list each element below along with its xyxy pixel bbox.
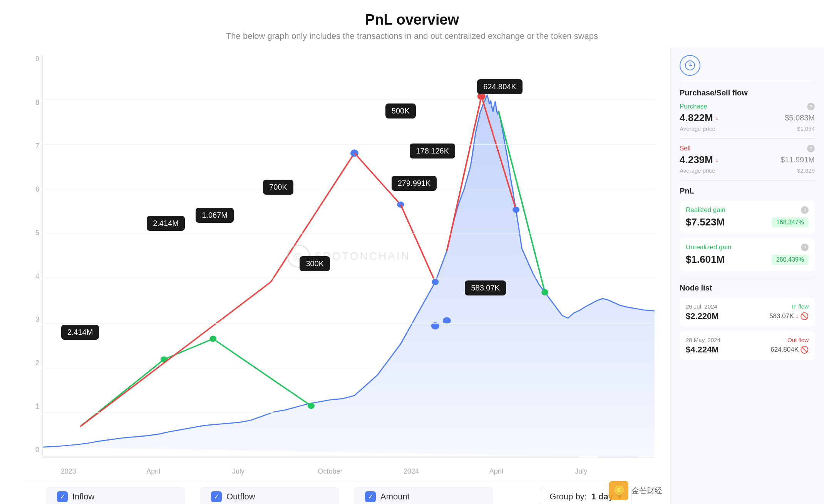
sell-label: Sell <box>680 145 690 152</box>
tooltip-583k: 583.07K <box>465 280 506 295</box>
page-subtitle: The below graph only includes the transa… <box>0 31 824 41</box>
realized-label: Realized gain <box>686 206 725 214</box>
x-axis: 2023 April July October 2024 April July <box>42 462 655 481</box>
bottom-bar: ✓ Inflow ✓ Outflow ✓ Amount Group by: 1 … <box>23 481 655 504</box>
red-line-4 <box>400 205 435 282</box>
node-main-val-2: $4.224M <box>686 345 719 355</box>
main-container: 0 1 2 3 4 5 6 7 8 9 <box>0 47 824 504</box>
clock-icon <box>685 60 695 71</box>
purchase-amount: 4.822M <box>680 112 713 124</box>
outflow-checkbox[interactable]: ✓ <box>211 491 222 502</box>
tooltip-300k: 300K <box>300 256 330 271</box>
tooltip-178k: 178.126K <box>410 144 455 159</box>
node-side-val-2: 624.804K 🚫 <box>770 345 809 354</box>
unrealized-card: Unrealized gain ? $1.601M 260.439% <box>680 238 815 271</box>
tooltip-624k: 624.804K <box>477 79 523 94</box>
sell-section: Sell ? 4.239M ↓ $11.991M Average price $… <box>680 145 815 174</box>
y-label-9: 9 <box>23 55 42 63</box>
unrealized-help-icon[interactable]: ? <box>801 244 809 251</box>
red-node-5 <box>512 207 519 213</box>
logo-text: 金芒财经 <box>631 486 662 496</box>
realized-card: Realized gain ? $7.523M 168.347% <box>680 201 815 234</box>
divider-1 <box>680 82 815 82</box>
divider-3 <box>680 180 815 180</box>
amount-label: Amount <box>380 492 410 502</box>
tooltip-1067m: 1.067M <box>196 208 234 223</box>
node-value-row-2: $4.224M 624.804K 🚫 <box>686 345 809 355</box>
x-label-april1: April <box>146 467 160 476</box>
pnl-title: PnL <box>680 187 815 195</box>
purchase-label-row: Purchase ? <box>680 103 815 110</box>
amount-checkbox[interactable]: ✓ <box>365 491 376 502</box>
node-side-text-2: 624.804K <box>770 346 799 354</box>
y-label-7: 7 <box>23 142 42 150</box>
sell-arrow: ↓ <box>715 157 718 164</box>
logo-icon: 🪙 <box>609 481 628 500</box>
x-label-july2: July <box>575 467 587 476</box>
y-label-8: 8 <box>23 98 42 107</box>
purchase-value-row: 4.822M ↓ $5.083M <box>680 112 815 124</box>
green-line-3 <box>213 339 311 406</box>
node-date-2: 28 May, 2024 Out flow <box>686 337 809 343</box>
unrealized-label: Unrealized gain <box>686 244 731 251</box>
y-label-0: 0 <box>23 446 42 454</box>
inflow-checkbox[interactable]: ✓ <box>57 491 68 502</box>
node-main-val-1: $2.220M <box>686 311 719 321</box>
eye-off-icon-2[interactable]: 🚫 <box>800 345 809 354</box>
page-title: PnL overview <box>0 12 824 28</box>
sell-help-icon[interactable]: ? <box>807 145 815 152</box>
node-item-2: 28 May, 2024 Out flow $4.224M 624.804K 🚫 <box>680 331 815 360</box>
realized-help-icon[interactable]: ? <box>801 206 809 214</box>
node-date-text-2: 28 May, 2024 <box>686 337 720 343</box>
page-header: PnL overview The below graph only includ… <box>0 0 824 47</box>
y-label-2: 2 <box>23 359 42 367</box>
arrow-down-icon-1: ↓ <box>796 312 799 320</box>
eye-off-icon-1[interactable]: 🚫 <box>800 312 809 320</box>
unrealized-value: $1.601M <box>686 254 725 265</box>
node-list-title: Node list <box>680 284 815 292</box>
chart-area: 0 1 2 3 4 5 6 7 8 9 <box>0 47 670 504</box>
sell-avg-label: Average price <box>680 167 715 174</box>
purchase-label: Purchase <box>680 103 707 110</box>
purchase-help-icon[interactable]: ? <box>807 103 815 110</box>
purchase-avg-row: Average price $1,054 <box>680 125 815 132</box>
node-value-row-1: $2.220M 583.07K ↓ 🚫 <box>686 311 809 321</box>
purchase-avg-value: $1,054 <box>797 125 815 132</box>
legend-amount[interactable]: ✓ Amount <box>354 487 493 504</box>
node-date-1: 26 Jul, 2024 In flow <box>686 303 809 310</box>
sell-avg-row: Average price $2.829 <box>680 167 815 174</box>
grid-line-4 <box>43 279 655 279</box>
chart-fill <box>43 95 655 457</box>
legend-outflow[interactable]: ✓ Outflow <box>200 487 339 504</box>
sell-main-value: 4.239M ↓ <box>680 154 718 166</box>
sell-amount: 4.239M <box>680 154 713 166</box>
purchase-section: Purchase ? 4.822M ↓ $5.083M Average pric… <box>680 103 815 132</box>
x-label-april2: April <box>489 467 503 476</box>
panel-icon <box>680 55 700 76</box>
y-axis: 0 1 2 3 4 5 6 7 8 9 <box>23 55 42 458</box>
realized-pct: 168.347% <box>772 217 809 227</box>
grid-line-3 <box>43 323 655 324</box>
grid-line-8 <box>43 100 655 100</box>
x-label-july1: July <box>232 467 245 476</box>
red-line-1 <box>80 282 271 426</box>
grid-line-6 <box>43 189 655 189</box>
node-date-text-1: 26 Jul, 2024 <box>686 303 717 310</box>
sell-label-row: Sell ? <box>680 145 815 152</box>
group-by-label: Group by: <box>549 492 587 502</box>
chart-wrapper: 0 1 2 3 4 5 6 7 8 9 <box>23 55 655 481</box>
node-side-val-1: 583.07K ↓ 🚫 <box>769 312 809 320</box>
unrealized-pct: 260.439% <box>772 255 809 265</box>
sell-avg-value: $2.829 <box>797 167 815 174</box>
y-label-3: 3 <box>23 315 42 324</box>
y-label-1: 1 <box>23 402 42 411</box>
tooltip-2414m-left: 2.414M <box>61 325 99 340</box>
grid-line-1 <box>43 412 655 413</box>
node-flow-type-1: In flow <box>792 303 809 310</box>
y-label-6: 6 <box>23 185 42 194</box>
node-side-text-1: 583.07K <box>769 312 794 320</box>
node-flow-type-2: Out flow <box>787 337 809 343</box>
purchase-sell-title: Purchase/Sell flow <box>680 88 815 97</box>
grid-line-2 <box>43 368 655 368</box>
legend-inflow[interactable]: ✓ Inflow <box>46 487 185 504</box>
